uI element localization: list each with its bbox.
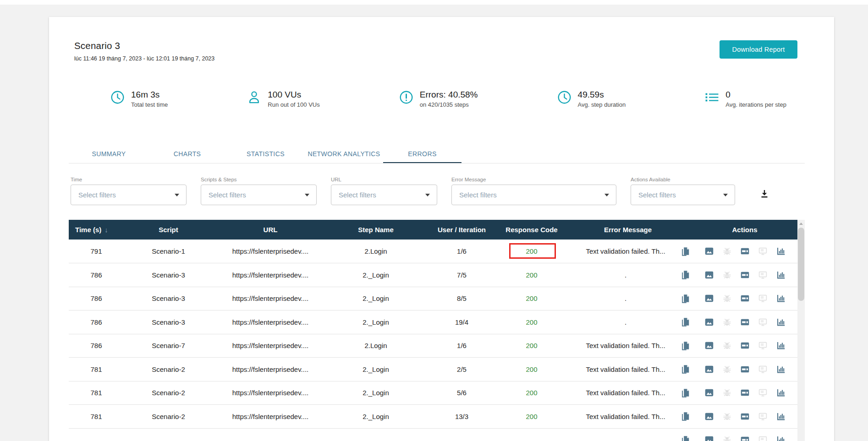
waterfall-chart-icon[interactable] [776,435,786,441]
screenshot-icon[interactable] [704,270,714,280]
copy-icon[interactable] [680,388,690,398]
tab-label: NETWORK ANALYTICS [308,150,380,158]
waterfall-chart-icon[interactable] [776,365,786,374]
tab-summary[interactable]: SUMMARY [70,144,148,163]
stat-label: Total test time [131,101,168,108]
filter-placeholder: Select filters [209,191,305,199]
waterfall-chart-icon[interactable] [776,341,786,350]
column-header-actions[interactable]: Actions [692,220,797,240]
bug-icon [722,388,732,397]
console-log-icon [758,270,768,280]
cell-time: 786 [69,310,124,334]
screenshot-icon[interactable] [704,246,714,256]
cell-url: https://fslenterprisedev.... [213,381,328,405]
cell-error-message: Text validation failed. Th... [564,381,692,405]
copy-icon[interactable] [680,341,690,351]
console-log-icon [758,435,768,441]
cell-url: https://fslenterprisedev.... [213,405,328,429]
waterfall-chart-icon[interactable] [776,294,786,303]
triangle-up-icon [799,223,803,225]
filter-select-error-message[interactable]: Select filters [451,185,616,205]
filter-bar: Time Select filters Scripts & Steps Sele… [71,177,805,205]
column-header-user-iteration[interactable]: User / Iteration [424,220,500,240]
video-frames-icon[interactable] [740,294,750,303]
waterfall-chart-icon[interactable] [776,270,786,280]
filter-select-time[interactable]: Select filters [71,185,187,205]
filter-select-scripts-steps[interactable]: Select filters [201,185,317,205]
cell-error-message: Text validation failed. Th... [564,405,692,429]
tab-network-analytics[interactable]: NETWORK ANALYTICS [305,144,383,163]
copy-icon[interactable] [680,364,690,374]
copy-icon[interactable] [680,317,690,327]
waterfall-chart-icon[interactable] [776,317,786,327]
copy-icon[interactable] [680,246,690,256]
tab-charts[interactable]: CHARTS [148,144,226,163]
filter-scripts-steps: Scripts & Steps Select filters [201,177,317,205]
video-frames-icon[interactable] [740,317,750,327]
cell-actions [692,240,797,263]
screenshot-icon[interactable] [704,341,714,350]
copy-icon[interactable] [680,435,690,441]
bug-icon [722,341,732,350]
screenshot-icon[interactable] [704,365,714,374]
filter-select-url[interactable]: Select filters [331,185,437,205]
video-frames-icon[interactable] [740,270,750,280]
tab-errors[interactable]: ERRORS [383,144,461,163]
cell-script: Scenario-1 [124,240,213,263]
video-frames-icon[interactable] [740,365,750,374]
cell-actions [692,287,797,310]
filter-time: Time Select filters [71,177,187,205]
screenshot-icon[interactable] [704,435,714,441]
cell-step: 2._Login [328,381,424,405]
waterfall-chart-icon[interactable] [776,412,786,421]
tab-statistics[interactable]: STATISTICS [226,144,305,163]
screenshot-icon[interactable] [704,317,714,327]
video-frames-icon[interactable] [740,412,750,421]
filter-label: Actions Available [631,177,735,182]
report-header: Scenario 3 lúc 11:46 19 tháng 7, 2023 - … [74,40,797,62]
stat-value: 100 VUs [268,89,319,100]
cell-script: Scenario-2 [124,358,213,381]
copy-icon[interactable] [680,270,690,280]
bug-icon [722,365,732,374]
scrollbar-thumb[interactable] [798,228,804,301]
column-header-url[interactable]: URL [213,220,328,240]
column-header-script[interactable]: Script [124,220,213,240]
stat-value: Errors: 40.58% [420,89,478,100]
stat-text: Errors: 40.58% on 420/1035 steps [420,89,478,108]
screenshot-icon[interactable] [704,388,714,397]
stat-run-out-of-100-vus: 100 VUs Run out of 100 VUs [247,89,319,108]
table-scrollbar[interactable] [797,220,805,441]
column-header-error-message[interactable]: Error Message [564,220,692,240]
download-report-button[interactable]: Download Report [720,40,797,59]
cell-response-code: 200 [500,334,564,358]
stat-value: 0 [725,89,786,100]
report-date-range: lúc 11:46 19 tháng 7, 2023 - lúc 12:01 1… [74,55,214,62]
bug-icon [722,246,732,256]
cell-time: 781 [69,358,124,381]
table-row: 781Scenario-2https://fslenterprisedev...… [69,381,797,405]
waterfall-chart-icon[interactable] [776,388,786,397]
cell-error-message: . [564,287,692,310]
video-frames-icon[interactable] [740,435,750,441]
copy-icon[interactable] [680,294,690,304]
page-title: Scenario 3 [74,40,214,51]
video-frames-icon[interactable] [740,246,750,256]
filter-select-actions-available[interactable]: Select filters [631,185,735,205]
screenshot-icon[interactable] [704,412,714,421]
download-table-icon[interactable] [759,189,770,200]
copy-icon[interactable] [680,411,690,421]
column-header-time-s[interactable]: Time (s)↓ [69,220,124,240]
waterfall-chart-icon[interactable] [776,246,786,256]
column-header-response-code[interactable]: Response Code [500,220,564,240]
chevron-down-icon [175,194,179,196]
video-frames-icon[interactable] [740,388,750,397]
screenshot-icon[interactable] [704,294,714,303]
column-header-step-name[interactable]: Step Name [328,220,424,240]
console-log-icon [758,412,768,421]
video-frames-icon[interactable] [740,341,750,350]
scrollbar-up-arrow[interactable] [797,220,805,228]
table-row [69,428,797,441]
cell-actions [692,428,797,441]
bug-icon [722,270,732,280]
